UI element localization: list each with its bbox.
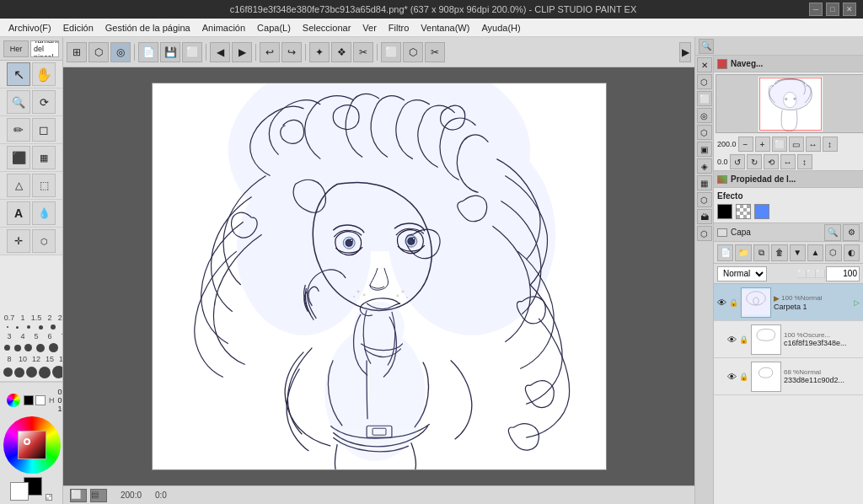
nav-fit-h[interactable]: ▭ bbox=[789, 137, 804, 152]
effect-swatch-checker[interactable] bbox=[736, 204, 751, 219]
strip-icon-9[interactable]: ⬡ bbox=[697, 192, 712, 207]
layer-up-btn[interactable]: ▲ bbox=[807, 244, 823, 261]
canvas-tool-prev[interactable]: ◀ bbox=[210, 42, 230, 62]
strip-icon-1[interactable]: ✕ bbox=[697, 57, 712, 72]
nav-extra2[interactable]: ↕ bbox=[797, 154, 812, 169]
layer-eye-3[interactable]: 👁 bbox=[727, 372, 737, 382]
strip-icon-2[interactable]: ⬡ bbox=[697, 74, 712, 89]
tool-text[interactable]: A bbox=[7, 201, 30, 225]
canvas-status-icon1[interactable]: ⬜ bbox=[70, 489, 87, 502]
layer-eye-1[interactable]: 👁 bbox=[717, 298, 726, 308]
nav-rot-ccw[interactable]: ↺ bbox=[730, 154, 745, 169]
canvas-tool-extra2[interactable]: ⬡ bbox=[403, 42, 423, 62]
tool-gradient[interactable]: ▦ bbox=[32, 146, 56, 169]
canvas-tool-save[interactable]: 💾 bbox=[160, 42, 180, 62]
tool-figure[interactable]: △ bbox=[7, 174, 30, 197]
background-swatch[interactable] bbox=[10, 482, 29, 501]
layer-item-layer1[interactable]: 👁 🔒 100 %Os bbox=[714, 321, 863, 358]
layer-eye-2[interactable]: 👁 bbox=[727, 335, 737, 345]
nav-zoom-in[interactable]: + bbox=[755, 137, 770, 152]
strip-icon-6[interactable]: ▣ bbox=[697, 142, 712, 157]
tool-preset-area[interactable]: Her bbox=[3, 40, 29, 57]
strip-icon-8[interactable]: ▦ bbox=[697, 175, 712, 190]
tool-select[interactable]: ⬚ bbox=[32, 174, 56, 197]
color-wheel-container[interactable] bbox=[3, 416, 61, 474]
menu-animacion[interactable]: Animación bbox=[197, 21, 250, 35]
strip-icon-7[interactable]: ◈ bbox=[697, 158, 712, 174]
opacity-input[interactable] bbox=[826, 266, 860, 281]
menu-capa[interactable]: Capa(L) bbox=[252, 21, 296, 35]
strip-icon-3[interactable]: ⬜ bbox=[697, 91, 712, 106]
layers-settings-btn[interactable]: ⚙ bbox=[843, 224, 860, 241]
effect-swatch-black[interactable] bbox=[717, 204, 732, 219]
nav-rot-cw[interactable]: ↻ bbox=[747, 154, 762, 169]
strip-icon-11[interactable]: ⬡ bbox=[697, 226, 712, 241]
layer-mask-btn[interactable]: ◐ bbox=[844, 244, 860, 261]
canvas-tool-redo[interactable]: ↪ bbox=[281, 42, 302, 62]
canvas-tool-rect[interactable]: ⬜ bbox=[182, 42, 202, 62]
layers-search-btn[interactable]: 🔍 bbox=[824, 224, 841, 241]
navigator-preview[interactable] bbox=[716, 74, 863, 133]
menu-ventana[interactable]: Ventana(W) bbox=[415, 21, 474, 35]
background-color[interactable] bbox=[35, 395, 46, 405]
maximize-button[interactable]: □ bbox=[826, 3, 839, 16]
tool-zoom[interactable]: 🔍 bbox=[7, 90, 30, 114]
canvas-tool-extra[interactable]: ⬜ bbox=[381, 42, 401, 62]
close-button[interactable]: ✕ bbox=[843, 3, 856, 16]
nav-flip-v[interactable]: ↕ bbox=[823, 137, 838, 152]
tool-transform[interactable]: ⬡ bbox=[32, 229, 56, 253]
tool-brush[interactable]: ✏ bbox=[7, 118, 30, 142]
nav-flip-h[interactable]: ↔ bbox=[806, 137, 821, 152]
layer-folder-btn[interactable]: 📁 bbox=[735, 244, 751, 261]
blend-mode-select[interactable]: Normal bbox=[717, 266, 767, 281]
tool-eyedrop[interactable]: 💧 bbox=[32, 201, 56, 225]
menu-filtro[interactable]: Filtro bbox=[383, 21, 414, 35]
layer-copy-btn[interactable]: ⧉ bbox=[753, 244, 769, 261]
menu-ayuda[interactable]: Ayuda(H) bbox=[476, 21, 525, 35]
canvas-tool-extra3[interactable]: ✂ bbox=[425, 42, 445, 62]
nav-extra1[interactable]: ↔ bbox=[780, 154, 796, 169]
layer-extra-btn[interactable]: ⬡ bbox=[825, 244, 841, 261]
canvas-tool-transform[interactable]: ⬡ bbox=[88, 42, 109, 62]
tool-eraser[interactable]: ◻ bbox=[32, 118, 56, 142]
canvas-tool-undo[interactable]: ↩ bbox=[260, 42, 280, 62]
tool-pointer[interactable]: ↖ bbox=[7, 62, 30, 86]
canvas-tool-grid[interactable]: ⊞ bbox=[67, 42, 87, 62]
canvas-tool-symmetry[interactable]: ❖ bbox=[331, 42, 351, 62]
transparent-swatch[interactable] bbox=[46, 494, 52, 501]
layer-item-layer2[interactable]: 👁 🔒 68 %Nor bbox=[714, 358, 863, 395]
tool-move[interactable]: ✛ bbox=[7, 229, 30, 253]
canvas-tool-rotate[interactable]: ◎ bbox=[110, 42, 131, 62]
canvas[interactable] bbox=[152, 83, 607, 470]
menu-edicion[interactable]: Edición bbox=[58, 21, 99, 35]
layer-item-folder1[interactable]: 👁 🔒 bbox=[714, 284, 863, 321]
canvas-status-icon2[interactable]: ▤ bbox=[90, 489, 107, 502]
canvas-tool-ruler[interactable]: ✂ bbox=[353, 42, 373, 62]
menu-gestion[interactable]: Gestión de la página bbox=[100, 21, 196, 35]
strip-icon-10[interactable]: 🏔 bbox=[697, 209, 712, 224]
tool-hand[interactable]: ✋ bbox=[32, 62, 56, 86]
layer-delete-btn[interactable]: 🗑 bbox=[771, 244, 787, 261]
tool-fill[interactable]: ⬛ bbox=[7, 146, 30, 169]
strip-icon-4[interactable]: ◎ bbox=[697, 108, 712, 123]
nav-fit-w[interactable]: ⬜ bbox=[772, 137, 787, 152]
layer-new-btn[interactable]: 📄 bbox=[717, 244, 733, 261]
layer-down-btn[interactable]: ▼ bbox=[790, 244, 806, 261]
menu-seleccionar[interactable]: Seleccionar bbox=[297, 21, 356, 35]
canvas-tool-end[interactable]: ▶ bbox=[679, 42, 691, 62]
menu-ver[interactable]: Ver bbox=[357, 21, 382, 35]
strip-icon-5[interactable]: ⬡ bbox=[697, 125, 712, 140]
canvas-area[interactable] bbox=[63, 67, 694, 485]
nav-reset-rot[interactable]: ⟲ bbox=[764, 154, 779, 169]
menu-archivo[interactable]: Archivo(F) bbox=[3, 21, 56, 35]
canvas-tool-next[interactable]: ▶ bbox=[232, 42, 252, 62]
nav-zoom-out[interactable]: − bbox=[738, 137, 753, 152]
canvas-tool-snap[interactable]: ✦ bbox=[309, 42, 330, 62]
effect-swatch-blue[interactable] bbox=[754, 204, 769, 219]
canvas-tool-new[interactable]: 📄 bbox=[138, 42, 158, 62]
foreground-color[interactable] bbox=[24, 395, 34, 405]
minimize-button[interactable]: ─ bbox=[809, 3, 823, 16]
tool-rotate[interactable]: ⟳ bbox=[32, 90, 56, 114]
color-wheel-mini[interactable] bbox=[7, 394, 20, 407]
nav-search-btn[interactable]: 🔍 bbox=[699, 39, 714, 54]
